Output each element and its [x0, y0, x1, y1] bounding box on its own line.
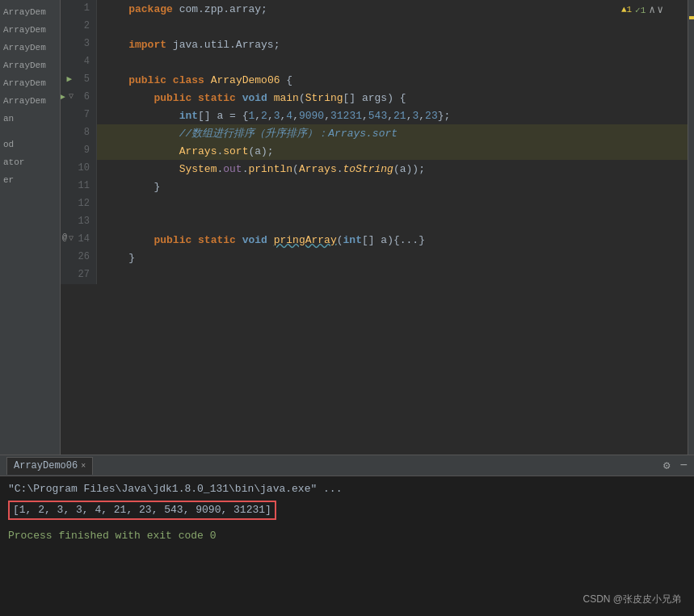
fold-icon-6[interactable]: ▽ [69, 91, 74, 101]
code-line-3: 3 import java.util.Arrays; [61, 36, 688, 53]
line-content-13 [97, 213, 688, 231]
code-line-12: 12 [61, 195, 688, 213]
gutter-10: 10 [61, 160, 97, 178]
output-finish-line: Process finished with exit code 0 [8, 528, 686, 544]
gutter-12: 12 [61, 195, 97, 213]
line-content-2 [97, 18, 688, 36]
gutter-1: 1 [61, 0, 97, 18]
output-minimize-icon[interactable]: − [679, 459, 688, 472]
sidebar-item-3[interactable]: ArrayDem [0, 39, 60, 57]
gutter-13: 13 [61, 213, 97, 231]
line-content-4 [97, 53, 688, 71]
code-line-1: 1 package com.zpp.array; [61, 0, 688, 18]
sidebar-item-6[interactable]: ArrayDem [0, 92, 60, 110]
code-line-13: 13 [61, 213, 688, 231]
line-content-26: } [97, 249, 688, 266]
line-content-6: public static void main(String[] args) { [97, 89, 688, 107]
gutter-9: 9 [61, 142, 97, 160]
output-panel: ArrayDemo06 × ⚙ − "C:\Program Files\Java… [0, 455, 694, 616]
line-content-9: Arrays.sort(a); [97, 142, 688, 160]
gutter-6: ▶ ▽ 6 [61, 89, 97, 107]
code-line-5: ▶ 5 public class ArrayDemo06 { [61, 71, 688, 89]
code-lines: 1 package com.zpp.array; 2 3 [61, 0, 688, 284]
gutter-27: 27 [61, 266, 97, 284]
right-scrollbar[interactable] [688, 0, 694, 455]
output-tab-bar: ArrayDemo06 × ⚙ − [0, 455, 694, 476]
csdn-watermark: CSDN @张皮皮小兄弟 [583, 593, 681, 606]
gutter-14: @ ▽ 14 [61, 231, 97, 249]
code-line-8: 8 //数组进行排序（升序排序）：Arrays.sort [61, 124, 688, 142]
line-content-14: public static void pringArray(int[] a){.… [97, 231, 688, 249]
line-content-3: import java.util.Arrays; [97, 36, 688, 53]
line-content-27 [97, 266, 688, 284]
output-tab-close[interactable]: × [81, 462, 86, 471]
line-content-10: System.out.println(Arrays.toString(a)); [97, 160, 688, 178]
output-result-box: [1, 2, 3, 3, 4, 21, 23, 543, 9090, 31231… [8, 501, 276, 520]
line-content-8: //数组进行排序（升序排序）：Arrays.sort [97, 124, 688, 142]
sidebar-item-5[interactable]: ArrayDem [0, 74, 60, 92]
sidebar-item-7[interactable]: an [0, 110, 60, 128]
code-line-11: 11 } [61, 178, 688, 195]
sidebar-item-10[interactable]: er [0, 171, 60, 189]
code-line-27: 27 [61, 266, 688, 284]
gutter-2: 2 [61, 18, 97, 36]
output-tab-label: ArrayDemo06 [14, 460, 78, 471]
code-line-2: 2 [61, 18, 688, 36]
output-path-text: "C:\Program Files\Java\jdk1.8.0_131\bin\… [8, 483, 342, 495]
code-line-7: 7 int[] a = {1,2,3,4,9090,31231,543,21,3… [61, 107, 688, 124]
code-line-6: ▶ ▽ 6 public static void main(String[] a… [61, 89, 688, 107]
code-line-26: 26 } [61, 249, 688, 266]
output-result-line: [1, 2, 3, 3, 4, 21, 23, 543, 9090, 31231… [8, 501, 686, 520]
sidebar-item-4[interactable]: ArrayDem [0, 57, 60, 74]
code-line-10: 10 System.out.println(Arrays.toString(a)… [61, 160, 688, 178]
sidebar-item-2[interactable]: ArrayDem [0, 21, 60, 39]
gutter-7: 7 [61, 107, 97, 124]
output-finish-text: Process finished with exit code 0 [8, 530, 216, 542]
output-gear-icon[interactable]: ⚙ [663, 459, 670, 472]
sidebar-item-1[interactable]: ArrayDem [0, 3, 60, 21]
sidebar: ArrayDem ArrayDem ArrayDem ArrayDem Arra… [0, 0, 61, 455]
line-content-12 [97, 195, 688, 213]
code-line-4: 4 [61, 53, 688, 71]
code-line-14: @ ▽ 14 public static void pringArray(int… [61, 231, 688, 249]
output-path-line: "C:\Program Files\Java\jdk1.8.0_131\bin\… [8, 481, 686, 497]
output-tab-arraydemo06[interactable]: ArrayDemo06 × [6, 457, 93, 475]
run-icon-6[interactable]: ▶ [61, 91, 65, 102]
scroll-marker-warning [689, 16, 694, 19]
highlight-wrapper-8-9: 8 //数组进行排序（升序排序）：Arrays.sort 9 Arrays.so… [61, 124, 688, 160]
gutter-11: 11 [61, 178, 97, 195]
gutter-3: 3 [61, 36, 97, 53]
line-content-11: } [97, 178, 688, 195]
sidebar-item-8[interactable]: od [0, 136, 60, 153]
gutter-5: ▶ 5 [61, 71, 97, 89]
sidebar-item-9[interactable]: ator [0, 153, 60, 171]
code-line-9: 9 Arrays.sort(a); [61, 142, 688, 160]
fold-icon-14[interactable]: ▽ [69, 233, 74, 243]
at-icon-14: @ [62, 233, 67, 242]
line-content-7: int[] a = {1,2,3,4,9090,31231,543,21,3,2… [97, 107, 688, 124]
line-content-1: package com.zpp.array; [97, 0, 688, 18]
gutter-4: 4 [61, 53, 97, 71]
gutter-8: 8 [61, 124, 97, 142]
code-editor[interactable]: ▲1 ✓1 ∧ ∨ 1 package com.zpp.array; 2 [61, 0, 688, 455]
run-icon-5[interactable]: ▶ [66, 73, 72, 84]
line-content-5: public class ArrayDemo06 { [97, 71, 688, 89]
editor-area: ArrayDem ArrayDem ArrayDem ArrayDem Arra… [0, 0, 694, 455]
gutter-26: 26 [61, 249, 97, 266]
